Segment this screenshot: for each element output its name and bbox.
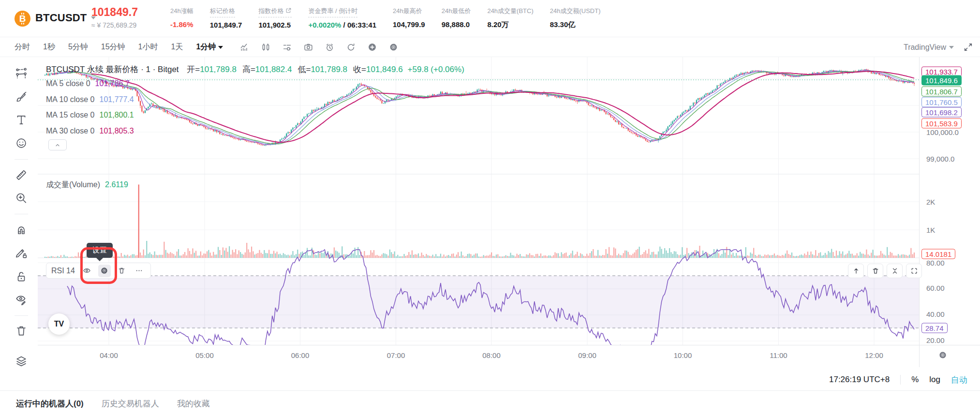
- stat-label: 资金费率 / 倒计时: [308, 7, 357, 17]
- alarm-icon[interactable]: [325, 43, 334, 52]
- chevron-down-icon: [949, 46, 954, 51]
- stat-label: 标记价格: [210, 7, 235, 17]
- axis-label: 2K: [926, 198, 935, 206]
- chart-toolbar: 分时1秒5分钟15分钟1小时1天1分钟 TradingView: [0, 38, 980, 57]
- stat-value: +0.0020% / 06:33:41: [308, 21, 376, 29]
- timeframe-5分钟[interactable]: 5分钟: [68, 42, 88, 52]
- time-label: 04:00: [100, 351, 118, 359]
- price-scale[interactable]: 101,933.7101,849.6101,806.7101,760.5101,…: [919, 57, 980, 345]
- tab-历史交易机器人[interactable]: 历史交易机器人: [102, 398, 159, 409]
- rsi-maximize-button[interactable]: [906, 264, 922, 278]
- timeframe-1秒[interactable]: 1秒: [43, 42, 55, 52]
- clock: 17:26:19 UTC+8: [829, 375, 890, 385]
- text-tool-icon[interactable]: [15, 114, 28, 126]
- time-label: 12:00: [865, 351, 883, 359]
- chevron-down-icon: [218, 46, 223, 51]
- rsi-delete-button[interactable]: [867, 264, 883, 278]
- rsi-settings-gear-icon[interactable]: [98, 265, 111, 277]
- hide-drawings-icon[interactable]: [15, 294, 28, 306]
- bottom-tabs: 运行中的机器人(0)历史交易机器人我的收藏: [0, 390, 980, 416]
- panel-settings-icon[interactable]: [282, 43, 292, 52]
- external-link-icon: [285, 7, 292, 15]
- indicator-value-tag: 14.0181: [921, 249, 955, 259]
- stat-label: 指数价格: [258, 7, 292, 17]
- timeframe-active[interactable]: 1分钟: [196, 42, 223, 52]
- divider: [15, 214, 28, 214]
- legend-collapse-button[interactable]: [48, 139, 67, 150]
- stat-value: 101,902.5: [258, 21, 292, 29]
- stat-value: 101,849.7: [210, 21, 242, 29]
- timeframe-15分钟[interactable]: 15分钟: [101, 42, 125, 52]
- rsi-moveup-button[interactable]: [848, 264, 864, 278]
- magnet-icon[interactable]: [15, 223, 28, 236]
- time-axis[interactable]: 04:0005:0006:0007:0008:0009:0010:0011:00…: [38, 345, 919, 367]
- axis-label: 80.00: [926, 259, 945, 267]
- price-tag: 101,849.6: [921, 75, 962, 86]
- auto-scale-button[interactable]: 自动: [951, 374, 967, 386]
- ma-legend-row: MA 5 close 0101,786.7: [46, 79, 130, 88]
- tradingview-dropdown[interactable]: TradingView: [904, 38, 954, 57]
- ma-legend-row: MA 30 close 0101,805.3: [46, 127, 134, 135]
- stat-label: 24h最高价: [393, 7, 422, 17]
- ticker-stat: 24h最高价104,799.9: [393, 6, 425, 30]
- indicators-icon[interactable]: [239, 43, 249, 52]
- axis-corner: [919, 345, 980, 367]
- timeframe-分时[interactable]: 分时: [15, 42, 30, 52]
- brush-icon[interactable]: [15, 90, 28, 103]
- gear-icon[interactable]: [388, 43, 398, 52]
- indicator-value-tag: 28.74: [921, 323, 948, 333]
- drawing-tools-sidebar: [0, 57, 38, 369]
- price-tag: 101,760.5: [921, 97, 962, 107]
- ruler-icon[interactable]: [15, 169, 28, 181]
- ticker-stat: 指数价格101,902.5: [258, 6, 292, 30]
- time-label: 08:00: [482, 351, 501, 359]
- fullscreen-expand-icon[interactable]: [964, 43, 973, 52]
- draw-lock-icon[interactable]: [15, 247, 28, 259]
- time-label: 05:00: [195, 351, 214, 359]
- axis-settings-gear-icon[interactable]: [938, 351, 948, 360]
- ticker-stat: 标记价格101,849.7: [210, 6, 242, 30]
- emoji-icon[interactable]: [15, 137, 28, 149]
- tab-运行中的机器人(0)[interactable]: 运行中的机器人(0): [16, 398, 84, 409]
- rsi-visibility-eye-icon[interactable]: [81, 265, 93, 277]
- legend-title: BTCUSDT 永续 最新价格 · 1 · Bitget: [46, 65, 179, 74]
- trendline-tools-icon[interactable]: [15, 67, 28, 80]
- lock-icon[interactable]: [15, 270, 28, 283]
- divider: [15, 315, 28, 316]
- stat-value: 98,888.0: [442, 20, 471, 29]
- ticker-stat: 24h成交量(BTC)8.20万: [487, 6, 533, 30]
- rsi-label: RSI 14: [51, 267, 75, 275]
- log-scale-button[interactable]: log: [929, 375, 940, 385]
- layers-icon[interactable]: [15, 355, 28, 368]
- axis-label: 60.00: [926, 284, 945, 292]
- zoom-in-icon[interactable]: [15, 192, 28, 205]
- timeframe-1天[interactable]: 1天: [171, 42, 183, 52]
- chart-plot[interactable]: [38, 57, 919, 345]
- stat-value: 8.20万: [487, 20, 533, 30]
- timeframe-1小时[interactable]: 1小时: [138, 42, 158, 52]
- tradingview-label: TradingView: [904, 43, 946, 52]
- rsi-more-icon[interactable]: [133, 265, 146, 277]
- rsi-delete-trash-icon[interactable]: [116, 265, 128, 277]
- symbol-selector[interactable]: BTCUSDT: [35, 12, 96, 24]
- volume-value: 2.6119: [105, 180, 128, 189]
- ticker-stats: 24h涨幅-1.86%标记价格101,849.7指数价格101,902.5资金费…: [170, 6, 617, 30]
- camera-icon[interactable]: [303, 43, 313, 52]
- axis-label: 100,000.0: [926, 128, 959, 136]
- trash-icon[interactable]: [15, 325, 28, 337]
- candle-style-icon[interactable]: [261, 43, 270, 52]
- volume-label: 成交量(Volume): [46, 180, 100, 189]
- add-circle-icon[interactable]: [367, 43, 377, 52]
- rsi-collapse-button[interactable]: [887, 264, 903, 278]
- price-tag: 101,698.2: [921, 107, 962, 118]
- settings-tooltip: 设置: [87, 243, 113, 258]
- time-label: 07:00: [387, 351, 405, 359]
- percent-scale-button[interactable]: %: [911, 375, 919, 385]
- chevron-up-icon: [56, 144, 59, 146]
- btc-logo-icon: B: [15, 11, 30, 27]
- tab-我的收藏[interactable]: 我的收藏: [177, 398, 210, 409]
- toolbar-icons: [239, 43, 398, 52]
- ma-legend-row: MA 10 close 0101,777.4: [46, 95, 134, 104]
- rsi-legend: RSI 14: [46, 263, 151, 279]
- refresh-icon[interactable]: [346, 43, 356, 52]
